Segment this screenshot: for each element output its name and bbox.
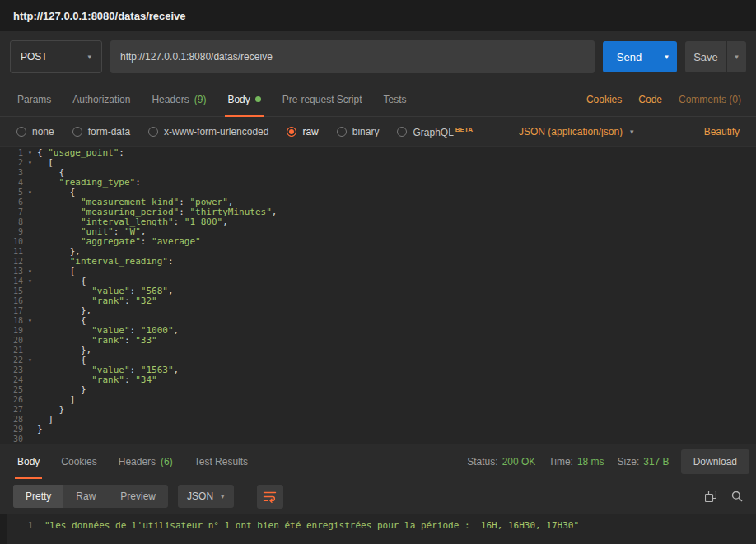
format-label: JSON	[187, 491, 213, 502]
line-number: 27	[0, 405, 23, 415]
code-text: }	[37, 425, 43, 435]
line-number: 19	[0, 326, 23, 336]
fold-gutter	[23, 405, 37, 415]
radio-icon	[337, 127, 347, 137]
line-number: 17	[0, 306, 23, 316]
editor-line[interactable]: 10 "aggregate": "average"	[0, 237, 756, 247]
editor-line[interactable]: 2▾ [	[0, 158, 756, 168]
tab-params[interactable]: Params	[7, 82, 62, 116]
editor-line[interactable]: 20 "rank": "33"	[0, 336, 756, 346]
fold-gutter	[23, 207, 37, 217]
line-number: 20	[0, 336, 23, 346]
view-raw-button[interactable]: Raw	[63, 485, 108, 508]
radio-label: none	[32, 126, 54, 137]
response-body-viewer[interactable]: 1 "les données de l'utilisateur n° 1 ont…	[0, 514, 756, 544]
line-number: 6	[0, 198, 23, 207]
editor-line[interactable]: 1▾{ "usage_point":	[0, 148, 756, 158]
beautify-link[interactable]: Beautify	[704, 126, 740, 137]
tab-pre-request-script[interactable]: Pre-request Script	[272, 82, 373, 116]
fold-gutter	[23, 198, 37, 207]
tab-label: Cookies	[61, 456, 96, 467]
response-tab-test-results[interactable]: Test Results	[184, 444, 259, 478]
view-preview-button[interactable]: Preview	[108, 485, 168, 508]
body-type-form-data[interactable]: form-data	[72, 126, 130, 137]
editor-line[interactable]: 24 "rank": "34"	[0, 375, 756, 385]
save-options-button[interactable]: ▾	[726, 41, 746, 72]
editor-line[interactable]: 29}	[0, 425, 756, 435]
editor-line[interactable]: 27 }	[0, 405, 756, 415]
view-pretty-button[interactable]: Pretty	[13, 485, 63, 508]
url-input[interactable]	[110, 40, 595, 73]
tab-authorization[interactable]: Authorization	[62, 82, 141, 116]
response-viewer-toolbar: Pretty Raw Preview JSON ▾	[0, 478, 756, 514]
editor-line[interactable]: 26 ]	[0, 395, 756, 405]
status-value: 200 OK	[502, 456, 536, 467]
editor-line[interactable]: 17 },	[0, 306, 756, 316]
response-meta: Status: 200 OK Time: 18 ms Size: 317 B D…	[467, 444, 749, 478]
body-type-graphql[interactable]: GraphQLBETA	[397, 126, 473, 138]
line-number: 25	[0, 385, 23, 395]
fold-gutter	[23, 286, 37, 296]
fold-gutter	[23, 296, 37, 306]
line-number: 1	[0, 148, 23, 158]
body-type-binary[interactable]: binary	[337, 126, 380, 137]
code-link[interactable]: Code	[638, 94, 662, 105]
fold-gutter	[23, 365, 37, 375]
response-format-select[interactable]: JSON ▾	[178, 485, 234, 508]
radio-label: GraphQLBETA	[413, 126, 473, 138]
tab-body[interactable]: Body	[217, 82, 271, 116]
radio-label: binary	[352, 126, 380, 137]
size-label: Size:	[618, 456, 640, 467]
editor-line[interactable]: 12 "interval_reading":	[0, 257, 756, 267]
tab-headers[interactable]: Headers (9)	[141, 82, 217, 116]
fold-arrow-icon[interactable]: ▾	[23, 356, 37, 365]
fold-arrow-icon[interactable]: ▾	[23, 277, 37, 286]
editor-line[interactable]: 30	[0, 435, 756, 444]
chevron-down-icon: ▾	[87, 53, 91, 61]
status-label: Status:	[467, 456, 497, 467]
fold-arrow-icon[interactable]: ▾	[23, 188, 37, 198]
response-tab-body[interactable]: Body	[7, 444, 50, 478]
send-button[interactable]: Send	[603, 41, 656, 72]
beta-badge: BETA	[455, 126, 473, 133]
fold-gutter	[23, 247, 37, 257]
fold-arrow-icon[interactable]: ▾	[23, 158, 37, 168]
fold-arrow-icon[interactable]: ▾	[23, 316, 37, 326]
save-button-group: Save ▾	[685, 41, 746, 72]
fold-gutter	[23, 346, 37, 356]
body-type-none[interactable]: none	[16, 126, 54, 137]
body-type-raw[interactable]: raw	[287, 126, 318, 137]
content-type-select[interactable]: JSON (application/json) ▾	[519, 126, 634, 137]
tab-label: Body	[17, 456, 40, 467]
copy-response-button[interactable]	[705, 491, 716, 502]
editor-line[interactable]: 25 }	[0, 385, 756, 395]
copy-icon	[705, 491, 716, 502]
cookies-link[interactable]: Cookies	[586, 94, 622, 105]
method-select[interactable]: POST ▾	[10, 40, 102, 73]
save-button[interactable]: Save	[685, 41, 726, 72]
body-type-urlencoded[interactable]: x-www-form-urlencoded	[148, 126, 268, 137]
search-response-button[interactable]	[731, 491, 743, 502]
editor-line[interactable]: 13▾ [	[0, 267, 756, 277]
editor-line[interactable]: 21 },	[0, 346, 756, 356]
send-options-button[interactable]: ▾	[656, 41, 677, 72]
chevron-down-icon: ▾	[735, 53, 739, 61]
chevron-down-icon: ▾	[221, 493, 225, 500]
line-number: 10	[0, 237, 23, 247]
fold-arrow-icon[interactable]: ▾	[23, 267, 37, 277]
comments-link[interactable]: Comments (0)	[679, 94, 741, 105]
tab-tests[interactable]: Tests	[372, 82, 417, 116]
download-button[interactable]: Download	[681, 449, 749, 474]
wrap-lines-button[interactable]	[257, 485, 283, 509]
editor-line[interactable]: 16 "rank": "32"	[0, 296, 756, 306]
editor-line[interactable]: 4 "reading_type":	[0, 178, 756, 188]
editor-line[interactable]: 28 ]	[0, 415, 756, 425]
response-tab-headers[interactable]: Headers (6)	[108, 444, 184, 478]
line-number: 13	[0, 267, 23, 277]
line-number: 12	[0, 257, 23, 267]
fold-arrow-icon[interactable]: ▾	[23, 148, 37, 158]
request-body-editor[interactable]: 1▾{ "usage_point":2▾ [3 {4 "reading_type…	[0, 147, 756, 444]
radio-icon	[16, 127, 26, 137]
time-label: Time:	[548, 456, 573, 467]
response-tab-cookies[interactable]: Cookies	[50, 444, 107, 478]
